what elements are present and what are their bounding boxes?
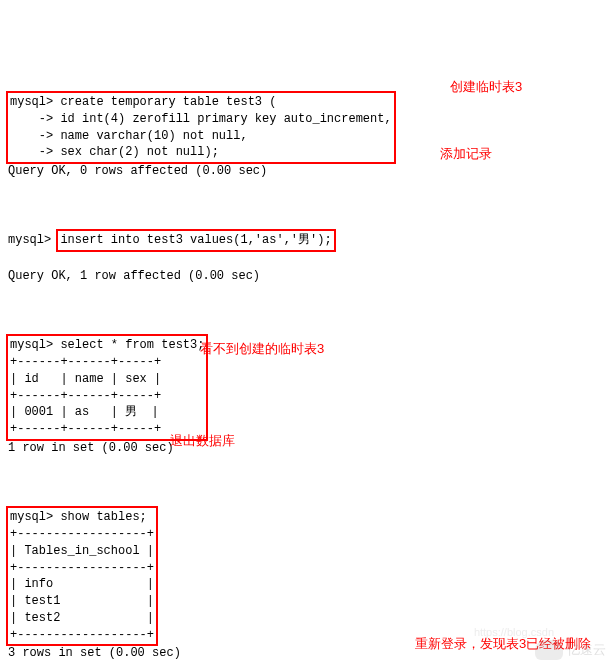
table-row: | info | bbox=[10, 576, 154, 593]
table-row: | test1 | bbox=[10, 593, 154, 610]
query-result-1: Query OK, 0 rows affected (0.00 sec) bbox=[8, 163, 606, 180]
select-result-block: mysql> select * from test3;+------+-----… bbox=[6, 334, 208, 441]
table-border: +------------------+ bbox=[10, 526, 154, 543]
table-border: +------------------+ bbox=[10, 627, 154, 644]
annotation-show-tables: 看不到创建的临时表3 bbox=[200, 340, 324, 358]
sql-create-line4: -> sex char(2) not null); bbox=[10, 144, 392, 161]
table-header: | Tables_in_school | bbox=[10, 543, 154, 560]
annotation-create-table: 创建临时表3 bbox=[450, 78, 522, 96]
watermark-text: 亿速云 bbox=[567, 641, 606, 659]
show-tables-block: mysql> show tables;+------------------+|… bbox=[6, 506, 158, 646]
table-row: | 0001 | as | 男 | bbox=[10, 404, 204, 421]
annotation-insert: 添加记录 bbox=[440, 145, 492, 163]
query-result-2: Query OK, 1 row affected (0.00 sec) bbox=[8, 268, 606, 285]
insert-statement: insert into test3 values(1,'as','男'); bbox=[56, 229, 335, 252]
query-result-3: 1 row in set (0.00 sec) bbox=[8, 440, 606, 457]
sql-create-line2: -> id int(4) zerofill primary key auto_i… bbox=[10, 111, 392, 128]
watermark: 亿速云 bbox=[535, 640, 606, 660]
cloud-icon bbox=[535, 640, 563, 660]
sql-create-line3: -> name varchar(10) not null, bbox=[10, 128, 392, 145]
table-header: | id | name | sex | bbox=[10, 371, 204, 388]
sql-create-line1: mysql> create temporary table test3 ( bbox=[10, 94, 392, 111]
create-table-block: mysql> create temporary table test3 ( ->… bbox=[6, 91, 396, 164]
watermark-url: https://blog.csdn bbox=[474, 625, 554, 640]
show-tables-stmt: mysql> show tables; bbox=[10, 509, 154, 526]
table-border: +------+------+-----+ bbox=[10, 388, 204, 405]
table-border: +------------------+ bbox=[10, 560, 154, 577]
mysql-prompt: mysql> bbox=[8, 233, 58, 247]
table-row: | test2 | bbox=[10, 610, 154, 627]
select-stmt: mysql> select * from test3; bbox=[10, 337, 204, 354]
annotation-quit: 退出数据库 bbox=[170, 432, 235, 450]
terminal-output: mysql> create temporary table test3 ( ->… bbox=[8, 75, 606, 670]
table-border: +------+------+-----+ bbox=[10, 354, 204, 371]
